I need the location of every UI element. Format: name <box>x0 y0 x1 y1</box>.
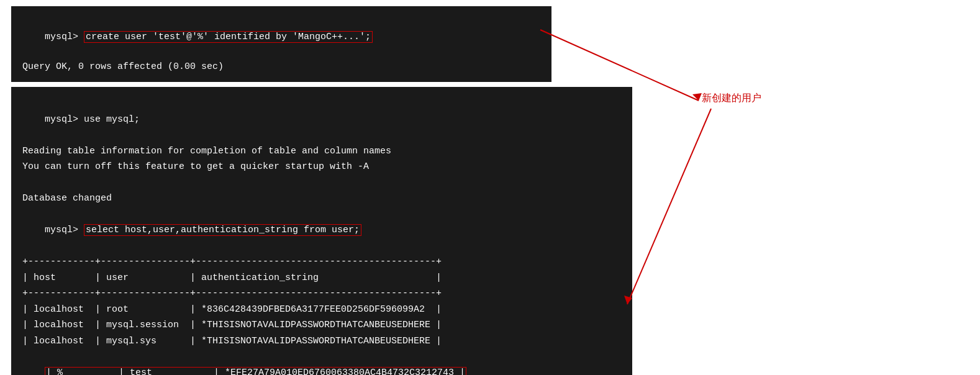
table-row-session: | localhost | mysql.session | *THISISNOT… <box>22 317 621 333</box>
table-divider2: +------------+----------------+---------… <box>22 286 621 302</box>
use-mysql-line: mysql> use mysql; <box>22 96 621 143</box>
table-header: | host | user | authentication_string | <box>22 270 621 286</box>
new-user-annotation: 新创建的用户 <box>702 92 761 105</box>
table-row-sys: | localhost | mysql.sys | *THISISNOTAVAL… <box>22 333 621 350</box>
use-mysql-cmd: use mysql; <box>84 114 140 125</box>
table-row-test: | % | test | *EFE27A79A010ED6760063380AC… <box>22 349 621 375</box>
reading-table-line: Reading table information for completion… <box>22 143 621 160</box>
database-changed-line: Database changed <box>22 191 621 207</box>
prompt3: mysql> <box>45 225 84 235</box>
select-cmd: select host,user,authentication_string f… <box>84 224 361 236</box>
query-ok-line: Query OK, 0 rows affected (0.00 sec) <box>22 60 540 75</box>
svg-marker-1 <box>692 93 702 101</box>
table-row-root: | localhost | root | *836C428439DFBED6A3… <box>22 302 621 318</box>
prompt1: mysql> <box>45 32 84 42</box>
turn-off-feature-line: You can turn off this feature to get a q… <box>22 159 621 175</box>
table-divider1: +------------+----------------+---------… <box>22 254 621 270</box>
svg-line-2 <box>627 109 711 304</box>
create-user-cmd: create user 'test'@'%' identified by 'Ma… <box>84 31 373 43</box>
terminal-top-block: mysql> create user 'test'@'%' identified… <box>11 6 551 82</box>
terminal-main-block: mysql> use mysql; Reading table informat… <box>11 87 632 375</box>
create-user-line: mysql> create user 'test'@'%' identified… <box>22 15 540 60</box>
test-row-highlight: | % | test | *EFE27A79A010ED6760063380AC… <box>45 367 466 376</box>
blank-line <box>22 175 621 191</box>
select-line: mysql> select host,user,authentication_s… <box>22 207 621 255</box>
prompt2: mysql> <box>45 114 84 125</box>
